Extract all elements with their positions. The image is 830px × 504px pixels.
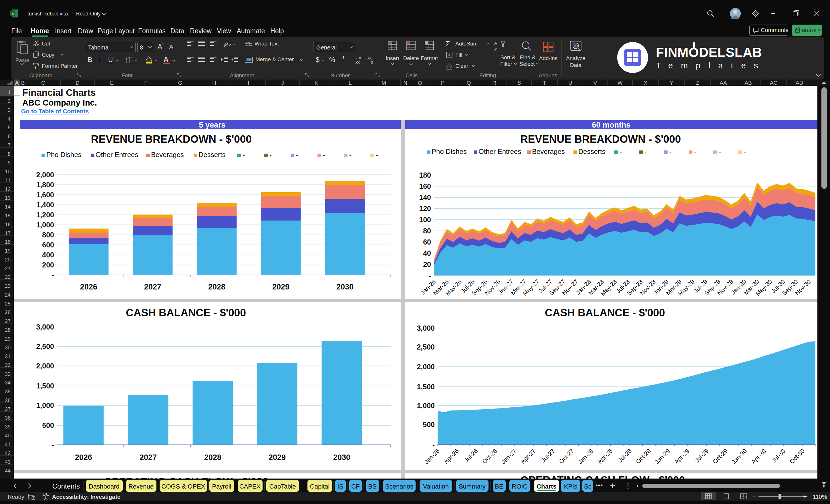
svg-text:-: -: [243, 151, 245, 158]
svg-text:Pho Dishes: Pho Dishes: [46, 151, 82, 158]
svg-text:1,800: 1,800: [36, 181, 54, 189]
svg-text:1,200: 1,200: [36, 211, 54, 219]
svg-text:140: 140: [419, 193, 431, 201]
svg-text:3,000: 3,000: [36, 323, 54, 331]
svg-text:400: 400: [42, 251, 54, 259]
svg-text:Jul-28: Jul-28: [617, 448, 633, 464]
svg-text:-: -: [349, 151, 352, 158]
svg-text:Jan-29: Jan-29: [653, 448, 671, 465]
svg-text:1,500: 1,500: [36, 382, 54, 390]
svg-text:2,000: 2,000: [36, 362, 54, 370]
svg-text:1,000: 1,000: [36, 221, 54, 229]
svg-text:-: -: [744, 148, 746, 155]
svg-text:CASH BALANCE - $'000: CASH BALANCE - $'000: [126, 307, 246, 319]
svg-text:800: 800: [42, 231, 54, 239]
svg-text:2026: 2026: [75, 453, 92, 462]
svg-text:Other Entrees: Other Entrees: [96, 151, 138, 158]
svg-text:Jul-29: Jul-29: [694, 448, 710, 464]
svg-text:-: -: [644, 148, 647, 155]
svg-text:REVENUE BREAKDOWN - $'000: REVENUE BREAKDOWN - $'000: [520, 133, 681, 145]
svg-text:20: 20: [423, 260, 431, 268]
svg-text:120: 120: [419, 204, 431, 213]
svg-text:500: 500: [423, 420, 435, 429]
svg-text:-: -: [719, 148, 721, 155]
svg-text:Beverages: Beverages: [151, 151, 184, 158]
svg-text:2027: 2027: [144, 283, 161, 291]
svg-text:60: 60: [423, 238, 431, 246]
svg-text:Jan-28: Jan-28: [577, 448, 595, 465]
svg-text:-: -: [52, 271, 54, 279]
svg-text:Apr-26: Apr-26: [443, 448, 460, 465]
svg-text:100: 100: [419, 216, 431, 224]
svg-text:500: 500: [42, 421, 54, 429]
svg-text:ab: ab: [245, 41, 249, 44]
svg-text:600: 600: [42, 241, 54, 249]
svg-text:Jul-26: Jul-26: [463, 448, 479, 464]
svg-text:Desserts: Desserts: [578, 148, 605, 155]
svg-text:Z: Z: [494, 47, 497, 52]
svg-text:ab: ab: [223, 41, 229, 48]
svg-text:A: A: [494, 41, 497, 45]
svg-text:Jan-26: Jan-26: [423, 448, 441, 465]
svg-text:1,400: 1,400: [36, 201, 54, 209]
svg-text:200: 200: [42, 261, 54, 269]
svg-text:Other Entrees: Other Entrees: [478, 148, 521, 155]
svg-text:2,500: 2,500: [417, 343, 435, 351]
svg-text:Oct-26: Oct-26: [481, 448, 498, 465]
svg-text:-: -: [620, 148, 622, 155]
svg-text:1,000: 1,000: [36, 401, 54, 409]
svg-text:Jan-30: Jan-30: [731, 448, 748, 465]
svg-text:Oct-29: Oct-29: [711, 448, 729, 465]
svg-text:2,000: 2,000: [417, 363, 435, 371]
svg-text:Oct-28: Oct-28: [635, 448, 652, 465]
svg-text:-: -: [376, 151, 378, 158]
svg-text:160: 160: [419, 182, 431, 190]
svg-text:2028: 2028: [208, 283, 225, 291]
svg-text:2028: 2028: [204, 453, 221, 462]
svg-text:-: -: [429, 272, 431, 280]
svg-text:2029: 2029: [268, 453, 286, 462]
svg-text:Jan-27: Jan-27: [500, 448, 518, 465]
svg-text:2027: 2027: [139, 453, 157, 462]
svg-text:-: -: [433, 441, 435, 448]
svg-text:1,600: 1,600: [36, 191, 54, 199]
svg-text:3,000: 3,000: [417, 324, 435, 332]
svg-text:Jul-30: Jul-30: [770, 448, 787, 464]
svg-text:1,500: 1,500: [417, 383, 435, 391]
svg-text:x: x: [12, 11, 14, 16]
svg-text:-: -: [669, 148, 672, 155]
svg-text:Apr-27: Apr-27: [519, 448, 537, 465]
svg-text:2,000: 2,000: [36, 171, 54, 179]
svg-text:Apr-30: Apr-30: [750, 448, 767, 465]
svg-text:Desserts: Desserts: [198, 151, 226, 158]
svg-text:-: -: [52, 441, 54, 449]
svg-text:-: -: [269, 151, 272, 158]
svg-text:2026: 2026: [80, 283, 97, 291]
svg-text:2029: 2029: [272, 283, 289, 291]
svg-text:CASH BALANCE - $'000: CASH BALANCE - $'000: [545, 307, 665, 319]
svg-text:2030: 2030: [333, 453, 350, 462]
svg-text:REVENUE BREAKDOWN - $'000: REVENUE BREAKDOWN - $'000: [91, 133, 252, 145]
svg-text:2030: 2030: [337, 283, 353, 291]
svg-text:Oct-27: Oct-27: [558, 448, 575, 465]
svg-text:2,500: 2,500: [36, 342, 54, 350]
svg-text:Oct-30: Oct-30: [788, 448, 806, 465]
svg-text:1,000: 1,000: [417, 402, 435, 410]
svg-text:-: -: [694, 148, 696, 155]
svg-text:Apr-28: Apr-28: [596, 448, 613, 465]
svg-text:Pho Dishes: Pho Dishes: [432, 148, 467, 155]
svg-text:Beverages: Beverages: [532, 148, 565, 155]
svg-text:Apr-29: Apr-29: [673, 448, 691, 465]
svg-text:180: 180: [419, 171, 431, 179]
svg-text:Jul-27: Jul-27: [540, 448, 556, 464]
svg-text:-: -: [296, 151, 298, 158]
svg-text:80: 80: [423, 227, 431, 235]
svg-text:-: -: [323, 151, 325, 158]
svg-text:40: 40: [423, 249, 431, 257]
